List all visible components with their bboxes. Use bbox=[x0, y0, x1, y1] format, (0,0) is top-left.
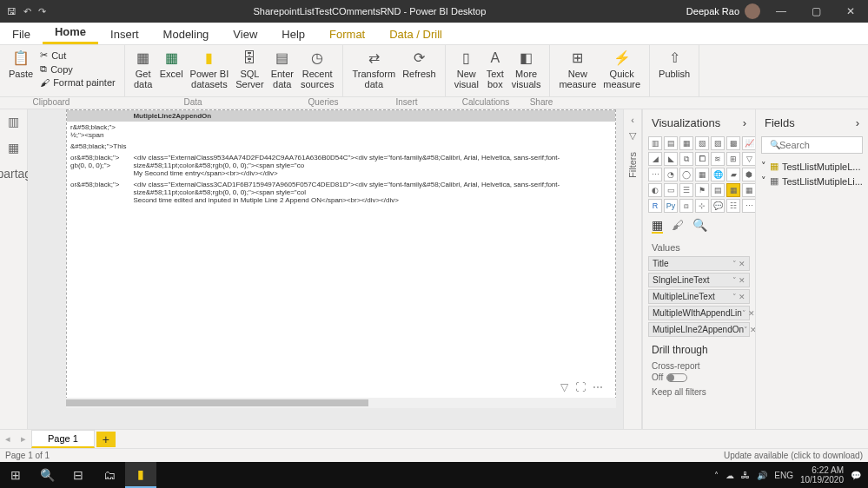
col-header[interactable]: MutipleLIne2AppendOn bbox=[129, 110, 615, 122]
tab-view[interactable]: View bbox=[221, 24, 269, 44]
maximize-button[interactable]: ▢ bbox=[798, 5, 833, 17]
search-button[interactable]: 🔍 bbox=[31, 462, 63, 488]
report-view-icon[interactable]: ▥ bbox=[8, 115, 19, 129]
minimize-button[interactable]: — bbox=[764, 5, 798, 17]
format-tab-icon[interactable]: 🖌 bbox=[672, 218, 684, 234]
viz-shape-map[interactable]: ⬢ bbox=[742, 168, 756, 181]
tab-help[interactable]: Help bbox=[269, 24, 317, 44]
viz-py[interactable]: Py bbox=[664, 199, 678, 213]
copy-button[interactable]: ⧉Copy bbox=[36, 63, 119, 76]
viz-more[interactable]: ⋯ bbox=[742, 199, 756, 213]
transform-data-button[interactable]: ⇄Transform data bbox=[348, 47, 399, 91]
viz-kpi[interactable]: ⚑ bbox=[695, 183, 709, 197]
viz-narrative[interactable]: ☷ bbox=[726, 199, 740, 213]
viz-stacked-bar[interactable]: ▥ bbox=[648, 136, 662, 150]
viz-filled-map[interactable]: ▰ bbox=[726, 168, 740, 181]
tray-volume-icon[interactable]: 🔊 bbox=[757, 471, 767, 480]
refresh-button[interactable]: ⟳Refresh bbox=[399, 47, 440, 81]
filter-icon[interactable]: ▽ bbox=[560, 381, 568, 393]
chevron-right-icon[interactable]: › bbox=[856, 116, 859, 129]
viz-donut[interactable]: ◯ bbox=[679, 168, 693, 181]
task-view-button[interactable]: ⊟ bbox=[63, 462, 94, 488]
viz-slicer[interactable]: ▤ bbox=[711, 183, 725, 197]
enter-data-button[interactable]: ▤Enter data bbox=[268, 47, 297, 91]
tray-notifications-icon[interactable]: 💬 bbox=[851, 471, 861, 480]
excel-button[interactable]: ▦Excel bbox=[156, 47, 187, 81]
viz-col[interactable]: ▧ bbox=[695, 136, 709, 150]
publish-button[interactable]: ⇧Publish bbox=[655, 47, 693, 81]
filters-pane-collapsed[interactable]: ‹ ▽ Filters bbox=[623, 109, 642, 429]
fields-tab-icon[interactable]: ▦ bbox=[652, 218, 663, 234]
tray-network-icon[interactable]: 🖧 bbox=[741, 471, 750, 480]
table-item-1[interactable]: ˅▦TestLlistMutipleL... bbox=[761, 159, 863, 174]
user-name[interactable]: Deepak Rao bbox=[686, 6, 739, 16]
viz-map[interactable]: 🌐 bbox=[711, 168, 725, 181]
new-measure-button[interactable]: ⊞New measure bbox=[555, 47, 600, 91]
tab-file[interactable]: File bbox=[0, 24, 43, 44]
viz-clust-col[interactable]: ▦ bbox=[679, 136, 693, 150]
viz-waterfall[interactable]: ⊞ bbox=[726, 152, 740, 166]
sql-server-button[interactable]: 🗄SQL Server bbox=[232, 47, 267, 91]
viz-ribbon[interactable]: ≋ bbox=[711, 152, 725, 166]
undo-icon[interactable]: ↶ bbox=[23, 6, 31, 17]
close-button[interactable]: ✕ bbox=[833, 5, 868, 17]
paste-button[interactable]: 📋Paste bbox=[5, 47, 36, 81]
page-prev[interactable]: ◂ bbox=[0, 433, 16, 445]
cut-button[interactable]: ✂Cut bbox=[36, 49, 119, 62]
viz-matrix[interactable]: ▦ bbox=[742, 183, 756, 197]
avatar[interactable] bbox=[745, 3, 760, 19]
viz-r[interactable]: R bbox=[648, 199, 662, 213]
data-view-icon[interactable]: ▦ bbox=[8, 141, 19, 155]
viz-gauge[interactable]: ◐ bbox=[648, 183, 662, 197]
tab-home[interactable]: Home bbox=[43, 22, 98, 44]
well-multi[interactable]: MultipleLineText˅✕ bbox=[648, 289, 750, 304]
viz-table[interactable]: ▦ bbox=[726, 183, 740, 197]
viz-key-infl[interactable]: ⧈ bbox=[679, 199, 693, 213]
viz-combo2[interactable]: ⧠ bbox=[695, 152, 709, 166]
page-next[interactable]: ▸ bbox=[16, 433, 31, 445]
well-title[interactable]: Title˅✕ bbox=[648, 256, 750, 271]
text-box-button[interactable]: AText box bbox=[482, 47, 508, 91]
tray-chevron-icon[interactable]: ˄ bbox=[714, 471, 719, 480]
start-button[interactable]: ⊞ bbox=[0, 462, 31, 488]
viz-line[interactable]: 📈 bbox=[742, 136, 756, 150]
viz-card[interactable]: ▭ bbox=[664, 183, 678, 197]
chevron-left-icon[interactable]: ‹ bbox=[631, 115, 634, 125]
viz-qa[interactable]: 💬 bbox=[711, 199, 725, 213]
report-canvas[interactable]: MutipleLIne2AppendOn r&#58;black;"> ½;">… bbox=[28, 109, 623, 429]
format-painter-button[interactable]: 🖌Format painter bbox=[36, 76, 119, 89]
viz-combo1[interactable]: ⧉ bbox=[679, 152, 693, 166]
more-icon[interactable]: ⋯ bbox=[593, 381, 603, 393]
tray-cloud-icon[interactable]: ☁ bbox=[726, 471, 734, 480]
chevron-right-icon[interactable]: › bbox=[743, 116, 746, 129]
h-scrollbar[interactable] bbox=[66, 398, 616, 408]
quick-measure-button[interactable]: ⚡Quick measure bbox=[600, 47, 644, 91]
update-available[interactable]: Update available (click to download) bbox=[724, 451, 863, 460]
focus-icon[interactable]: ⛶ bbox=[575, 381, 586, 393]
pbi-datasets-button[interactable]: ▮Power BI datasets bbox=[187, 47, 233, 91]
powerbi-taskbar[interactable]: ▮ bbox=[125, 462, 156, 488]
viz-scatter[interactable]: ⋯ bbox=[648, 168, 662, 181]
viz-100col[interactable]: ▩ bbox=[726, 136, 740, 150]
table-item-2[interactable]: ˅▦TestLlistMutipleLi... bbox=[761, 174, 863, 188]
tray-clock[interactable]: 6:22 AM 10/19/2020 bbox=[800, 465, 844, 485]
viz-treemap[interactable]: ▦ bbox=[695, 168, 709, 181]
redo-icon[interactable]: ↷ bbox=[38, 6, 46, 17]
well-multi-append[interactable]: MultipleWIthAppendLin˅✕ bbox=[648, 306, 750, 320]
tab-datadrill[interactable]: Data / Drill bbox=[377, 24, 454, 44]
well-multi2-append[interactable]: MutipleLIne2AppendOn˅✕ bbox=[648, 322, 750, 337]
viz-area[interactable]: ◢ bbox=[648, 152, 662, 166]
get-data-button[interactable]: ▦Get data bbox=[130, 47, 156, 91]
cross-report-toggle[interactable]: Off bbox=[652, 373, 746, 382]
new-visual-button[interactable]: ▯New visual bbox=[451, 47, 482, 91]
page-tab-1[interactable]: Page 1 bbox=[31, 430, 95, 448]
viz-multi-card[interactable]: ☰ bbox=[679, 183, 693, 197]
well-single[interactable]: SIngleLineText˅✕ bbox=[648, 273, 750, 287]
save-icon[interactable]: 🖫 bbox=[7, 6, 17, 17]
more-visuals-button[interactable]: ◧More visuals bbox=[508, 47, 545, 91]
tab-modeling[interactable]: Modeling bbox=[151, 24, 222, 44]
add-page-button[interactable]: + bbox=[96, 432, 116, 447]
viz-decomp[interactable]: ⊹ bbox=[695, 199, 709, 213]
tray-lang[interactable]: ENG bbox=[774, 471, 793, 480]
explorer-button[interactable]: 🗂 bbox=[94, 462, 125, 488]
